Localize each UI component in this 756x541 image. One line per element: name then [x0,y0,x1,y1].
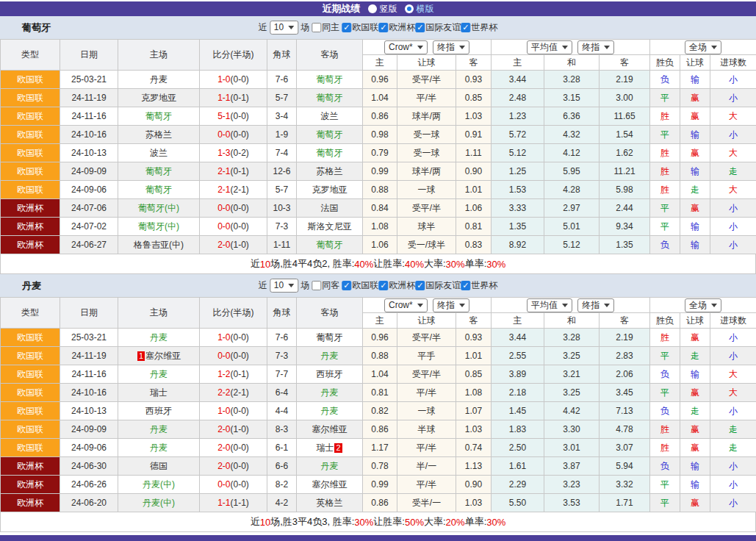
match-score: 1-0(0-0) [200,329,267,347]
match-date: 24-06-27 [60,236,118,254]
corner-count: 5-7 [267,181,297,199]
odds-source-select[interactable]: Crow* [384,40,428,54]
competition-filter-checkbox[interactable]: 世界杯 [461,21,497,34]
result-goals: 小 [710,236,756,254]
home-team: 波兰 [118,144,200,162]
checkbox-icon[interactable] [378,23,388,32]
avg-odds-draw: 5.12 [544,236,600,254]
home-team: 苏格兰 [118,126,200,144]
avg-odds-home: 1.23 [492,107,544,126]
away-team: 塞尔维亚 [297,420,363,439]
same-venue-checkbox[interactable]: 同主 [312,21,339,34]
scope-select[interactable]: 全场 [685,298,721,312]
competition-filter-checkbox[interactable]: 欧洲杯 [378,279,415,292]
home-team: 西班牙 [118,402,200,420]
result-goals: 大 [710,384,756,402]
subcol-result-outcome: 胜负 [650,55,680,71]
result-goals: 小 [710,89,756,107]
checkbox-icon[interactable] [461,23,470,32]
competition-filter-checkbox[interactable]: 世界杯 [461,279,497,292]
checkbox-icon[interactable] [312,23,321,32]
competition-filter-checkbox[interactable]: 欧国联 [342,279,378,292]
recent-count-select[interactable]: 10 [270,279,298,293]
checkbox-label: 同客 [322,279,339,292]
fulltime-score: 2-1 [217,166,230,176]
checkbox-icon[interactable] [461,281,470,290]
col-header-score: 比分(半场) [200,298,267,329]
checkbox-icon[interactable] [378,281,388,290]
avg-time-select[interactable]: 终指 [577,40,614,54]
chevron-down-icon [417,46,423,49]
team-name: 塞尔维亚 [312,479,348,490]
handicap-odds-away: 1.11 [456,144,492,162]
halftime-score: (2-1) [231,184,249,195]
handicap-odds-line: 受平/半 [397,71,456,89]
handicap-odds-home: 1.08 [363,218,397,236]
avg-odds-draw: 4.42 [544,402,600,420]
competition-filter-checkbox[interactable]: 国际友谊 [415,279,461,292]
away-team: 丹麦 [297,457,363,476]
checkbox-label: 世界杯 [471,279,497,292]
match-row: 欧洲杯24-06-27格鲁吉亚(中)2-0(1-0)1-11葡萄牙1.06受一/… [1,236,756,254]
radio-icon[interactable] [368,4,377,13]
team-name: 西班牙 [145,406,172,416]
competition-badge: 欧洲杯 [1,199,60,218]
match-row: 欧国联24-09-09丹麦2-0(1-0)8-3塞尔维亚0.86半球1.031.… [1,420,756,439]
checkbox-icon[interactable] [312,281,321,290]
handicap-odds-line: 受平/半 [397,199,456,218]
radio-icon[interactable] [405,4,414,13]
handicap-odds-away: 0.85 [456,365,492,384]
halftime-score: (1-1) [231,498,249,508]
section-bar-portugal: 葡萄牙 近 10 场 同主 欧国联欧洲杯国际友谊世界杯 [0,16,756,39]
subcol-result-outcome: 胜负 [650,313,680,329]
fulltime-score: 0-0 [217,351,230,361]
layout-radio-vertical[interactable]: 竖版 [368,3,397,15]
same-venue-checkbox[interactable]: 同客 [312,279,339,292]
corner-count: 7-7 [267,365,297,384]
avg-source-select[interactable]: 平均值 [527,298,572,312]
checkbox-icon[interactable] [415,281,425,290]
result-handicap: 赢 [680,494,710,512]
competition-filter-checkbox[interactable]: 国际友谊 [415,21,461,34]
checkbox-icon[interactable] [342,23,351,32]
avg-odds-home: 2.29 [492,476,544,494]
odds-time-select[interactable]: 终指 [433,40,469,54]
avg-group-header: 平均值 终指 [492,298,650,313]
avg-source-select[interactable]: 平均值 [527,40,572,54]
competition-badge: 欧洲杯 [1,218,60,236]
handicap-odds-away: 0.74 [456,439,492,457]
result-goals: 小 [710,402,756,420]
result-handicap: 赢 [680,199,710,218]
handicap-odds-home: 0.86 [363,107,397,126]
layout-radio-horizontal[interactable]: 横版 [405,3,434,15]
team-name: 丹麦(中) [143,479,175,490]
handicap-odds-line: 平/半 [397,439,456,457]
result-handicap: 输 [680,71,710,89]
odds-source-select[interactable]: Crow* [384,298,428,312]
result-goals: 走 [710,162,756,181]
corner-count: 6-1 [267,439,297,457]
avg-odds-draw: 4.28 [544,181,600,199]
section-summary: 近10场,胜3平4负3, 胜率:30% 让胜率:50% 大率:20% 单率:30… [0,512,756,532]
team-name: 丹麦(中) [143,498,175,508]
away-team: 瑞士2 [297,439,363,457]
checkbox-icon[interactable] [415,23,425,32]
corner-count: 7-6 [267,71,297,89]
competition-badge: 欧国联 [1,402,60,420]
result-outcome: 胜 [650,329,680,347]
match-row: 欧国联24-10-13西班牙1-0(0-0)4-4丹麦0.82一球1.071.4… [1,402,756,420]
competition-filter-checkbox[interactable]: 欧洲杯 [378,21,415,34]
avg-odds-home: 8.92 [492,236,544,254]
subcol-odds-away: 客 [456,313,492,329]
checkbox-icon[interactable] [342,281,351,290]
competition-filter-checkbox[interactable]: 欧国联 [342,21,378,34]
recent-count-select[interactable]: 10 [270,21,298,35]
scope-select[interactable]: 全场 [685,40,721,54]
avg-time-value: 终指 [582,300,600,311]
avg-time-select[interactable]: 终指 [577,298,614,312]
result-handicap: 输 [680,162,710,181]
odds-time-select[interactable]: 终指 [433,298,469,312]
halftime-score: (1-0) [231,424,249,434]
col-header-corner: 角球 [267,298,297,329]
avg-source-value: 平均值 [531,42,558,53]
